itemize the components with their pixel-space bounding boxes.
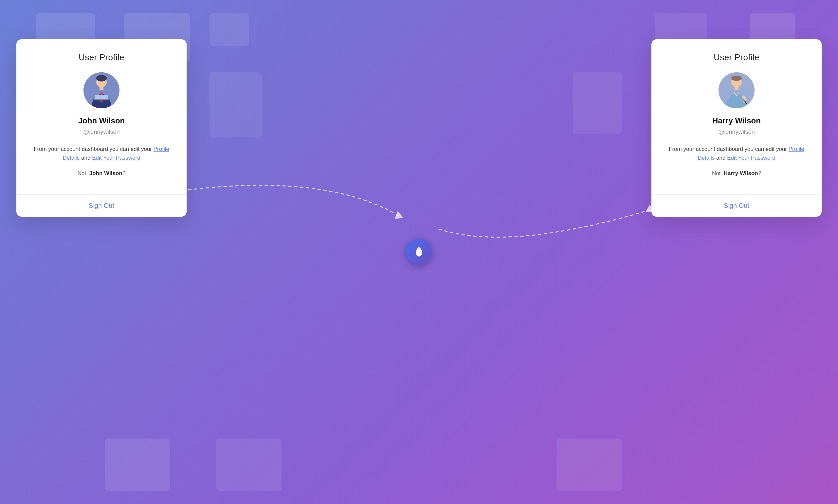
center-logo (406, 239, 432, 265)
logo-circle (406, 239, 432, 265)
svg-rect-7 (95, 95, 108, 99)
left-profile-card: User Profile (16, 39, 186, 217)
left-card-footer: Sign Out (16, 194, 186, 217)
left-description: From your account dashboard you can edit… (33, 145, 170, 162)
right-password-link[interactable]: Edit Your Password (727, 155, 775, 161)
main-content: User Profile (0, 0, 838, 504)
right-user-name: Harry Wilson (668, 116, 805, 125)
right-description: From your account dashboard you can edit… (668, 145, 805, 162)
svg-rect-11 (734, 87, 738, 90)
right-desc-prefix: From your account dashboard you can edit… (669, 146, 788, 152)
right-card-title: User Profile (668, 52, 805, 62)
right-card-footer: Sign Out (652, 194, 822, 217)
brand-icon (411, 244, 427, 260)
left-password-link[interactable]: Edit Your Password (92, 155, 140, 161)
left-avatar-container (33, 72, 170, 108)
svg-rect-3 (100, 87, 104, 90)
left-not-user: Not John WIlson? (33, 170, 170, 177)
right-profile-card: User Profile (652, 39, 822, 217)
svg-point-15 (418, 250, 420, 253)
left-user-name: John Wilson (33, 116, 170, 125)
right-card-body: User Profile (652, 39, 822, 194)
left-not-user-name: John WIlson (89, 170, 122, 176)
right-sign-out-button[interactable]: Sign Out (724, 202, 749, 210)
left-sign-out-button[interactable]: Sign Out (89, 202, 114, 210)
right-desc-mid: and (715, 155, 727, 161)
right-not-user-name: Harry WIlson (724, 170, 758, 176)
left-user-handle: @jennywilson (33, 129, 170, 136)
right-avatar (718, 72, 754, 108)
svg-marker-13 (394, 211, 403, 219)
left-desc-prefix: From your account dashboard you can edit… (34, 146, 154, 152)
right-avatar-container (668, 72, 805, 108)
left-avatar (84, 72, 120, 108)
left-card-title: User Profile (33, 52, 170, 62)
left-desc-mid: and (79, 155, 92, 161)
right-not-user: Not Harry WIlson? (668, 170, 805, 177)
left-card-body: User Profile (16, 39, 186, 194)
svg-point-10 (731, 76, 742, 81)
svg-point-2 (96, 75, 107, 82)
right-user-handle: @jennywilson (668, 129, 805, 136)
